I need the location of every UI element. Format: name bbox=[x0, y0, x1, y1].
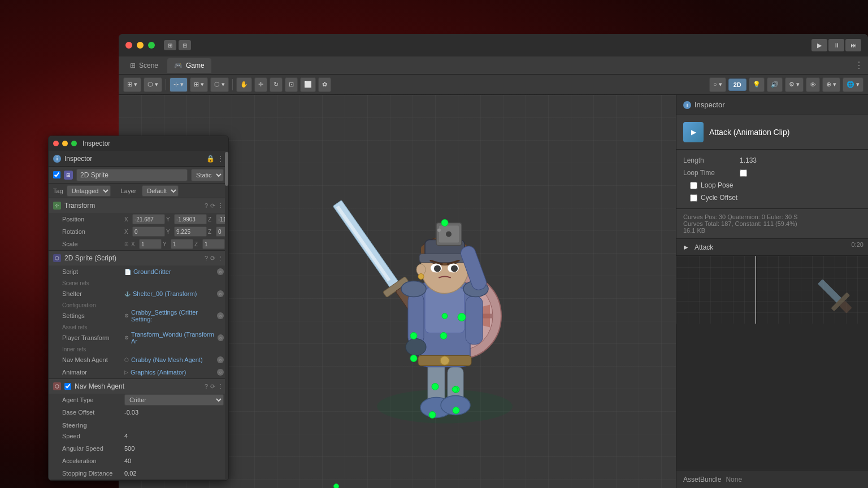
toolbar-render-btn[interactable]: 🌐 ▾ bbox=[843, 77, 863, 92]
lock-icon: 🔒 bbox=[206, 155, 215, 163]
right-panel-header: i Inspector bbox=[676, 95, 868, 115]
toolbar-hand-btn[interactable]: ✋ bbox=[236, 77, 252, 92]
static-dropdown[interactable]: Static bbox=[191, 169, 224, 181]
player-transform-ref-circle[interactable]: ○ bbox=[218, 334, 224, 341]
script-more-icon[interactable]: ⋮ bbox=[218, 255, 224, 262]
left-tl-red[interactable] bbox=[53, 141, 59, 146]
stopping-distance-label: Stopping Distance bbox=[62, 470, 124, 477]
toolbar-rotate-btn[interactable]: ↻ bbox=[270, 77, 283, 92]
nav-forward-button[interactable]: ⊟ bbox=[179, 40, 191, 50]
inner-refs-label: Inner refs bbox=[49, 344, 228, 354]
svg-point-41 bbox=[446, 232, 452, 237]
toolbar-effects-btn[interactable]: ⚙ ▾ bbox=[785, 77, 804, 92]
traffic-light-red[interactable] bbox=[125, 42, 132, 49]
toolbar-transform-btn[interactable]: ⬡ ▾ bbox=[144, 77, 162, 92]
scroll-indicator bbox=[225, 152, 228, 480]
toolbar-hidden-btn[interactable]: 👁 bbox=[806, 77, 820, 92]
cycle-offset-checkbox[interactable] bbox=[690, 194, 697, 202]
tab-more-icon[interactable]: ⋮ bbox=[854, 60, 863, 71]
left-tl-yellow[interactable] bbox=[62, 141, 68, 146]
rot-y-input[interactable] bbox=[174, 226, 207, 237]
nav-back-button[interactable]: ⊞ bbox=[164, 40, 176, 50]
pos-x-input[interactable] bbox=[132, 214, 165, 224]
script-row: Script 📄 GroundCritter ○ bbox=[49, 265, 228, 278]
toolbar-move-tool-btn[interactable]: ✛ bbox=[254, 77, 267, 92]
play-controls: ▶ ⏸ ⏭ bbox=[811, 39, 861, 51]
player-transform-value: ⚙ Transform_Wondu (Transform Ar bbox=[124, 331, 218, 345]
svg-point-43 bbox=[441, 220, 448, 226]
rot-x-input[interactable] bbox=[132, 226, 165, 237]
length-label: Length bbox=[683, 156, 740, 164]
script-help-icon[interactable]: ? bbox=[205, 255, 208, 262]
anim-play-button[interactable]: ▶ bbox=[681, 242, 691, 252]
traffic-light-green[interactable] bbox=[148, 42, 155, 49]
nav-more-icon[interactable]: ⋮ bbox=[218, 383, 224, 390]
animator-label: Animator bbox=[62, 369, 124, 376]
transform-help-icon[interactable]: ? bbox=[205, 202, 208, 210]
scale-y-input[interactable] bbox=[171, 239, 193, 249]
timeline-grid[interactable] bbox=[676, 256, 868, 324]
play-button[interactable]: ▶ bbox=[811, 39, 827, 51]
shelter-text: Shelter_00 (Transform) bbox=[133, 290, 197, 297]
transform-header[interactable]: ⊹ Transform ? ⟳ ⋮ bbox=[49, 198, 228, 213]
object-name-input[interactable] bbox=[76, 169, 188, 181]
base-offset-label: Base Offset bbox=[62, 409, 124, 416]
nav-mesh-agent-header[interactable]: ⬡ Nav Mesh Agent ? ⟳ ⋮ bbox=[49, 379, 228, 394]
svg-rect-22 bbox=[466, 297, 483, 345]
scale-z-input[interactable] bbox=[202, 239, 225, 249]
step-button[interactable]: ⏭ bbox=[845, 39, 861, 51]
unity-window: ⊞ ⊟ ▶ ⏸ ⏭ ⊞ Scene 🎮 Game ⋮ ⊞ ▾ ⬡ ▾ ⊹ ▾ ⊞… bbox=[119, 34, 868, 488]
tag-dropdown[interactable]: Untagged bbox=[67, 185, 111, 197]
inspector-info-icon: i bbox=[683, 101, 691, 109]
toolbar-light-btn[interactable]: 💡 bbox=[749, 77, 765, 92]
animator-icon: ▷ bbox=[124, 369, 128, 375]
nav-mesh-ref-circle[interactable]: ○ bbox=[217, 356, 224, 363]
toolbar-rect-btn[interactable]: ⬜ bbox=[300, 77, 316, 92]
script-reset-icon[interactable]: ⟳ bbox=[210, 255, 215, 262]
object-header-row: ⊞ Static bbox=[49, 167, 228, 184]
toolbar-layers-btn[interactable]: ⊞ ▾ bbox=[123, 77, 141, 92]
script-ref-circle[interactable]: ○ bbox=[217, 268, 224, 275]
nav-help-icon[interactable]: ? bbox=[205, 383, 208, 390]
nav-mesh-agent-component: ⬡ Nav Mesh Agent ? ⟳ ⋮ Agent Type Critte… bbox=[49, 379, 228, 480]
pos-y-input[interactable] bbox=[174, 214, 207, 224]
transform-more-icon[interactable]: ⋮ bbox=[218, 202, 224, 210]
speed-row: Speed 4 bbox=[49, 430, 228, 442]
more-options-icon[interactable]: ⋮ bbox=[217, 155, 224, 163]
layer-dropdown[interactable]: Default bbox=[142, 185, 179, 197]
tab-scene[interactable]: ⊞ Scene bbox=[123, 58, 165, 73]
toolbar-transform-all-btn[interactable]: ✿ bbox=[318, 77, 331, 92]
pause-button[interactable]: ⏸ bbox=[828, 39, 844, 51]
animation-preview: ▶ Attack 0:20 bbox=[676, 239, 868, 470]
transform-reset-icon[interactable]: ⟳ bbox=[210, 202, 215, 210]
shelter-ref-circle[interactable]: ○ bbox=[217, 290, 224, 297]
left-tl-green[interactable] bbox=[71, 141, 77, 146]
agent-type-select[interactable]: Critter bbox=[124, 394, 224, 406]
tab-game[interactable]: 🎮 Game bbox=[167, 58, 211, 73]
nav-mesh-actions: ? ⟳ ⋮ bbox=[205, 383, 224, 390]
nav-reset-icon[interactable]: ⟳ bbox=[210, 383, 215, 390]
toolbar-move-btn[interactable]: ⊹ ▾ bbox=[170, 77, 188, 92]
scroll-thumb[interactable] bbox=[225, 152, 228, 186]
toolbar-pivot-btn[interactable]: ⬡ ▾ bbox=[210, 77, 229, 92]
toolbar-scale-btn[interactable]: ⊡ bbox=[285, 77, 298, 92]
position-row: Position X Y Z bbox=[49, 213, 228, 225]
svg-point-51 bbox=[429, 412, 436, 419]
loop-time-checkbox[interactable] bbox=[740, 169, 747, 177]
animator-text: Graphics (Animator) bbox=[131, 369, 186, 376]
object-active-checkbox[interactable] bbox=[53, 171, 60, 178]
traffic-light-yellow[interactable] bbox=[137, 42, 144, 49]
loop-pose-checkbox[interactable] bbox=[690, 182, 697, 189]
toolbar-camera-btn[interactable]: ⊕ ▾ bbox=[822, 77, 840, 92]
settings-ref-circle[interactable]: ○ bbox=[217, 312, 224, 319]
svg-point-50 bbox=[452, 387, 458, 393]
toolbar-audio-btn[interactable]: 🔊 bbox=[767, 77, 783, 92]
scale-x-input[interactable] bbox=[139, 239, 162, 249]
sprite-script-header[interactable]: ⬡ 2D Sprite (Script) ? ⟳ ⋮ bbox=[49, 251, 228, 265]
animator-ref-circle[interactable]: ○ bbox=[217, 369, 224, 376]
script-name-text: GroundCritter bbox=[133, 268, 171, 275]
toolbar-snap-btn[interactable]: ⊞ ▾ bbox=[190, 77, 208, 92]
toggle-2d-button[interactable]: 2D bbox=[728, 79, 747, 91]
nav-mesh-active-checkbox[interactable] bbox=[64, 383, 71, 390]
toolbar-gizmo-btn[interactable]: ○ ▾ bbox=[709, 77, 726, 92]
